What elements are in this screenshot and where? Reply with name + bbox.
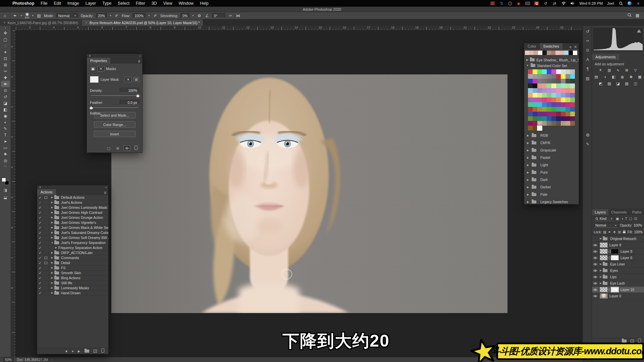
swatch[interactable] [566, 112, 570, 116]
document-tab-active[interactable]: ✕ Bryce Retouch After A2A0235.psd @ 50% … [82, 19, 203, 26]
magic-wand-tool[interactable]: ✶ [1, 49, 10, 55]
tab-channels[interactable]: Channels [608, 209, 629, 215]
curves-icon[interactable]: ∿ [615, 68, 621, 72]
clone-source-panel-icon[interactable]: ⊙ [585, 48, 590, 53]
swatch[interactable] [542, 79, 547, 83]
swatch[interactable] [566, 79, 570, 83]
marquee-tool[interactable]: ▢ [1, 36, 10, 43]
swatch[interactable] [566, 88, 570, 93]
vibrance-icon[interactable]: ▽ [633, 68, 638, 72]
visibility-toggle[interactable] [592, 293, 599, 299]
visibility-toggle[interactable] [592, 280, 599, 286]
swatch[interactable] [561, 107, 566, 112]
swatch-group-standard[interactable]: ▼ Standard Color Set [524, 63, 579, 68]
layer-opacity-value[interactable]: 100% [634, 224, 642, 227]
exposure-icon[interactable]: ⊞ [624, 68, 630, 72]
delete-action-icon[interactable] [101, 350, 104, 353]
expand-arrow-icon[interactable]: ▶ [527, 156, 530, 159]
swatch[interactable] [556, 112, 561, 116]
threshold-icon[interactable]: ◪ [615, 81, 621, 86]
swatch[interactable] [570, 79, 575, 83]
smart-object-filter-icon[interactable]: ⊡ [634, 217, 637, 221]
swatch[interactable] [561, 69, 566, 74]
swatch[interactable] [528, 126, 533, 130]
opacity-caret-icon[interactable]: ▼ [109, 14, 112, 17]
expand-arrow-icon[interactable]: ▶ [50, 261, 54, 264]
action-row[interactable]: ✓▶Luminasity Masks [37, 286, 108, 291]
swatch[interactable] [533, 74, 537, 79]
expand-arrow-icon[interactable]: ▶ [50, 196, 54, 199]
layer-row[interactable]: Layer 0 [592, 293, 644, 299]
libraries-panel-icon[interactable]: ▤ [585, 76, 590, 81]
lock-pixels-icon[interactable]: ✒ [608, 230, 611, 234]
shape-tool[interactable]: ▭ [1, 144, 10, 151]
add-vector-mask-icon[interactable]: ⊞ [133, 77, 139, 82]
swatch[interactable] [542, 107, 547, 112]
menu-clock[interactable]: Wed 6:28 PM [579, 1, 602, 5]
swatch-folder-pastel[interactable]: ▶Pastel [524, 154, 579, 161]
swatch[interactable] [551, 88, 556, 93]
swatch[interactable] [547, 107, 551, 112]
lock-artboard-icon[interactable]: ⊞ [618, 230, 621, 234]
expand-arrow-icon[interactable]: ▶ [50, 282, 54, 284]
spotlight-icon[interactable] [619, 1, 623, 6]
close-panel-icon[interactable]: ✕ [89, 54, 91, 58]
swatch[interactable] [547, 83, 551, 88]
action-row[interactable]: ✓▶FS [37, 265, 108, 270]
collapse-panel-icon[interactable]: » [139, 54, 141, 58]
swatch[interactable] [556, 83, 561, 88]
notes-panel-icon[interactable]: ✎ [585, 141, 590, 147]
swatch[interactable] [537, 79, 542, 83]
record-icon[interactable]: ● [72, 350, 73, 353]
horizontal-ruler[interactable]: 345678910111213141516171819202122232425 [16, 26, 583, 31]
menu-type[interactable]: Type [102, 1, 111, 6]
swatch[interactable] [542, 74, 547, 79]
expand-arrow-icon[interactable]: ▶ [50, 211, 54, 214]
menu-file[interactable]: File [41, 1, 47, 6]
zoom-tool[interactable]: ◎ [1, 157, 10, 164]
swatch[interactable] [542, 112, 547, 116]
layer-thumbnail[interactable] [600, 249, 608, 254]
swatch[interactable] [556, 93, 561, 98]
mask-visibility-icon[interactable] [124, 146, 130, 150]
flow-field[interactable]: 100% [132, 13, 146, 18]
panel-menu-icon[interactable]: ≡ [138, 59, 142, 64]
action-checkbox[interactable]: ✓ [37, 215, 43, 220]
swatch[interactable] [561, 121, 566, 126]
invert-button[interactable]: Invert [94, 131, 136, 137]
visibility-toggle[interactable] [592, 287, 599, 293]
tab-paths[interactable]: Paths [630, 209, 644, 215]
panel-menu-icon[interactable]: ≡ [574, 45, 579, 49]
swatch[interactable] [566, 69, 570, 74]
flow-caret-icon[interactable]: ▼ [148, 14, 150, 17]
swatch[interactable] [570, 116, 575, 121]
posterize-icon[interactable]: ▨ [606, 81, 612, 86]
control-center-icon[interactable]: ≡ [636, 1, 641, 6]
layer-row[interactable]: ▶Eyes [592, 267, 644, 274]
swatch-folder-darker[interactable]: ▶Darker [524, 183, 579, 191]
swatch[interactable] [542, 102, 547, 107]
swatch-folder-pale[interactable]: ▶Pale [524, 191, 579, 198]
toggle-brush-panel-icon[interactable]: ▤ [36, 13, 42, 18]
swatch[interactable] [528, 107, 533, 112]
action-dialog-toggle[interactable] [43, 291, 49, 295]
type-filter-icon[interactable]: T [625, 217, 627, 221]
info-panel-icon[interactable]: ◍ [585, 132, 590, 137]
play-icon[interactable]: ▶ [78, 350, 80, 353]
swatch[interactable] [533, 98, 537, 102]
swatch[interactable] [528, 69, 533, 74]
swatch[interactable] [556, 74, 561, 79]
action-checkbox[interactable]: ✓ [37, 260, 43, 265]
swatch[interactable] [528, 74, 533, 79]
swatch[interactable] [534, 51, 538, 55]
swatch[interactable] [556, 116, 561, 121]
volume-icon[interactable] [570, 1, 575, 6]
action-checkbox[interactable]: ✓ [37, 255, 43, 260]
menu-help[interactable]: Help [200, 1, 209, 6]
swatch[interactable] [556, 102, 561, 107]
symmetry-icon[interactable]: ⋈ [235, 13, 241, 18]
swatch[interactable] [564, 51, 569, 55]
expand-arrow-icon[interactable]: ▶ [50, 292, 54, 294]
brush-settings-panel-icon[interactable]: ✑ [585, 38, 590, 44]
brightness-contrast-icon[interactable]: ☀ [598, 68, 603, 72]
